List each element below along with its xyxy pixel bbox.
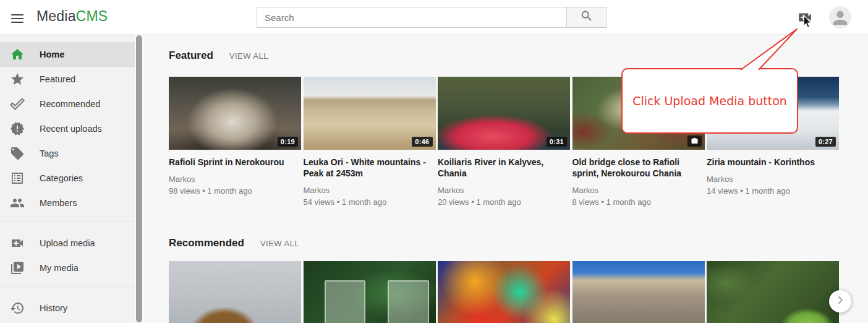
new-releases-icon xyxy=(10,121,25,136)
star-icon xyxy=(10,72,25,87)
logo[interactable]: MediaCMS xyxy=(36,8,108,25)
home-icon xyxy=(10,47,25,62)
sidebar-item-label: Tags xyxy=(40,149,59,158)
search-button[interactable] xyxy=(567,7,606,28)
sidebar-item-recommended[interactable]: Recommended xyxy=(0,92,135,116)
sidebar-item-upload-media[interactable]: Upload media xyxy=(0,231,135,256)
logo-text-cms: CMS xyxy=(76,8,108,24)
media-card: 0:19 Rafioli Sprint in Nerokourou Markos… xyxy=(169,77,301,208)
media-title[interactable]: Old bridge close to Rafioli sprint, Nero… xyxy=(572,157,705,179)
section-title: Featured xyxy=(169,50,213,62)
logo-text-media: Media xyxy=(36,8,76,24)
sidebar-item-featured[interactable]: Featured xyxy=(0,67,135,92)
carousel-next-button[interactable] xyxy=(829,290,851,312)
media-card: 0:31 Koiliaris River in Kalyves, Chania … xyxy=(438,77,570,208)
video-thumbnail[interactable]: 0:31 xyxy=(438,77,570,150)
chevron-right-icon xyxy=(835,295,846,309)
history-icon xyxy=(10,301,25,316)
media-title[interactable]: Rafioli Sprint in Nerokourou xyxy=(169,157,301,168)
media-author[interactable]: Markos xyxy=(572,184,705,196)
video-thumbnail[interactable]: 0:19 xyxy=(169,77,301,150)
media-meta: 8 views • 1 month ago xyxy=(572,196,705,208)
sidebar-item-home[interactable]: Home xyxy=(0,42,135,67)
sidebar-item-recent-uploads[interactable]: Recent uploads xyxy=(0,116,135,141)
video-thumbnail[interactable] xyxy=(707,261,839,323)
media-meta: 20 views • 1 month ago xyxy=(438,196,570,208)
upload-media-icon xyxy=(797,17,813,27)
video-thumbnail[interactable] xyxy=(304,261,436,323)
camera-icon xyxy=(687,136,702,147)
recommended-media-row xyxy=(169,261,841,323)
sidebar-item-members[interactable]: Members xyxy=(0,191,135,215)
video-thumbnail[interactable] xyxy=(572,261,705,323)
sidebar-item-label: Recent uploads xyxy=(40,124,102,134)
sidebar-item-label: Recommended xyxy=(40,99,100,109)
video-thumbnail[interactable] xyxy=(169,261,301,323)
search-input[interactable] xyxy=(257,7,567,28)
sidebar: Home Featured Recommended Recent uploads… xyxy=(0,35,135,323)
media-card xyxy=(169,261,301,323)
media-title[interactable]: Leuka Ori - White mountains - Peak at 24… xyxy=(304,157,436,179)
video-thumbnail[interactable] xyxy=(438,261,570,323)
sidebar-item-label: Home xyxy=(40,50,64,59)
categories-icon xyxy=(10,171,25,186)
upload-media-button[interactable] xyxy=(797,9,813,25)
sidebar-item-label: Categories xyxy=(40,173,83,183)
media-card xyxy=(438,261,570,323)
sidebar-item-label: Upload media xyxy=(40,238,95,248)
menu-icon[interactable] xyxy=(10,11,25,24)
media-card xyxy=(304,261,436,323)
sidebar-item-label: Featured xyxy=(40,74,75,84)
duration-badge: 0:31 xyxy=(547,137,567,147)
featured-section-header: Featured VIEW ALL xyxy=(169,50,268,62)
video-library-icon xyxy=(10,261,25,275)
sidebar-divider xyxy=(0,221,135,222)
media-card xyxy=(707,261,839,323)
media-author[interactable]: Markos xyxy=(707,173,839,185)
media-meta: 54 views • 1 month ago xyxy=(304,196,436,208)
sidebar-item-history[interactable]: History xyxy=(0,296,135,321)
sidebar-item-label: My media xyxy=(40,263,79,273)
user-avatar[interactable] xyxy=(829,6,851,28)
duration-badge: 0:27 xyxy=(815,137,836,147)
duration-badge: 0:19 xyxy=(278,137,298,147)
duration-badge: 0:46 xyxy=(412,137,432,147)
media-author[interactable]: Markos xyxy=(169,173,301,185)
media-author[interactable]: Markos xyxy=(438,184,570,196)
sidebar-item-label: History xyxy=(40,303,67,313)
sidebar-scrollbar[interactable] xyxy=(135,35,143,323)
scrollbar-thumb[interactable] xyxy=(136,35,142,322)
media-title[interactable]: Ziria mountain - Korinthos xyxy=(707,157,839,168)
top-bar: MediaCMS xyxy=(0,0,868,35)
media-author[interactable]: Markos xyxy=(304,184,436,196)
search-bar xyxy=(257,7,606,28)
sidebar-item-label: Members xyxy=(40,198,77,208)
search-icon xyxy=(580,9,594,25)
section-title: Recommended xyxy=(169,237,244,249)
sidebar-item-tags[interactable]: Tags xyxy=(0,141,135,166)
recommended-view-all-link[interactable]: VIEW ALL xyxy=(260,239,299,248)
media-card: 0:46 Leuka Ori - White mountains - Peak … xyxy=(304,77,436,208)
person-icon xyxy=(830,6,851,28)
media-meta: 98 views • 1 month ago xyxy=(169,185,301,197)
video-thumbnail[interactable]: 0:46 xyxy=(304,77,436,150)
recommended-section-header: Recommended VIEW ALL xyxy=(169,237,299,249)
featured-view-all-link[interactable]: VIEW ALL xyxy=(229,51,268,61)
sidebar-item-categories[interactable]: Categories xyxy=(0,166,135,191)
sidebar-item-my-media[interactable]: My media xyxy=(0,256,135,280)
media-card xyxy=(572,261,705,323)
upload-media-icon xyxy=(10,236,25,251)
annotation-callout: Click Upload Media button xyxy=(621,68,798,134)
sidebar-divider xyxy=(0,286,135,286)
media-meta: 14 views • 1 month ago xyxy=(707,185,839,197)
members-icon xyxy=(10,196,25,210)
media-title[interactable]: Koiliaris River in Kalyves, Chania xyxy=(438,157,570,179)
tag-icon xyxy=(10,146,25,161)
check-outline-icon xyxy=(10,97,25,111)
annotation-text: Click Upload Media button xyxy=(632,94,787,108)
